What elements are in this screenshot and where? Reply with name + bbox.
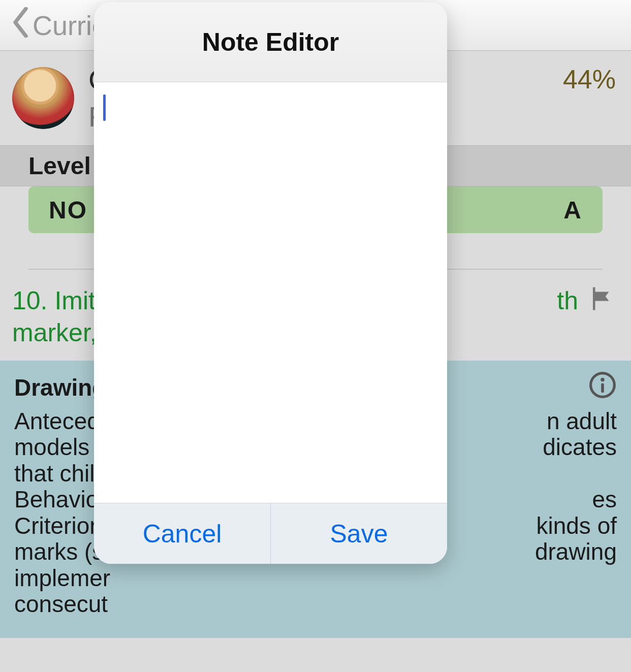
avatar[interactable] <box>12 67 74 129</box>
flag-icon[interactable] <box>588 285 616 314</box>
detail-line: consecut <box>14 591 617 618</box>
detail-line: implemer <box>14 565 617 592</box>
modal-title: Note Editor <box>202 27 339 57</box>
detail-line-right: drawing <box>535 539 617 565</box>
modal-header: Note Editor <box>94 2 447 82</box>
pill-left: NO <box>49 196 87 224</box>
note-editor-modal: Note Editor Cancel Save <box>94 2 447 564</box>
svg-rect-2 <box>601 383 604 393</box>
detail-line-left: consecut <box>14 591 108 618</box>
cancel-button[interactable]: Cancel <box>94 503 270 564</box>
info-icon[interactable] <box>588 371 617 405</box>
modal-footer: Cancel Save <box>94 503 447 564</box>
detail-line-right: dicates <box>543 434 617 461</box>
detail-line-right: es <box>592 487 617 513</box>
modal-body <box>94 82 447 503</box>
chevron-left-icon <box>10 7 29 44</box>
note-textarea[interactable] <box>94 82 447 503</box>
item-title-right: th <box>557 285 578 317</box>
detail-line-right: n adult <box>547 408 617 435</box>
svg-point-1 <box>601 378 604 381</box>
pill-right: A <box>563 196 582 224</box>
back-button[interactable]: Curric <box>10 7 106 44</box>
detail-line-left: that chilc <box>14 461 107 487</box>
progress-percent: 44% <box>563 64 616 94</box>
detail-line-right: kinds of <box>536 513 617 539</box>
detail-line-left: Criterion <box>14 513 103 539</box>
detail-line-left: implemer <box>14 565 110 592</box>
save-button[interactable]: Save <box>270 503 447 564</box>
